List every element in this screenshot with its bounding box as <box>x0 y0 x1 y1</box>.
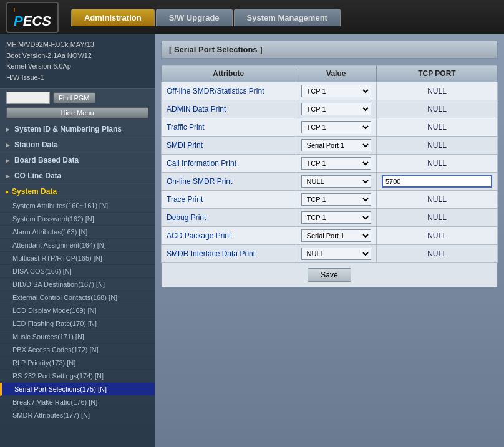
value-cell-6[interactable]: TCP 1TCP 2Serial Port 1Serial Port 2NULL <box>296 191 376 209</box>
table-row: SMDR Interface Data PrintTCP 1TCP 2Seria… <box>162 245 498 263</box>
value-select-3[interactable]: TCP 1TCP 2Serial Port 1Serial Port 2NULL <box>301 139 371 151</box>
sidebar-item-14[interactable]: Serial Port Selections(175) [N] <box>0 383 155 396</box>
value-select-7[interactable]: TCP 1TCP 2Serial Port 1Serial Port 2NULL <box>301 211 371 224</box>
search-row: Find PGM <box>0 89 155 107</box>
value-select-4[interactable]: TCP 1TCP 2Serial Port 1Serial Port 2NULL <box>301 157 371 170</box>
system-data-items: System Attributes(160~161) [N]System Pas… <box>0 199 155 422</box>
value-cell-5[interactable]: TCP 1TCP 2Serial Port 1Serial Port 2NULL <box>296 173 376 191</box>
col-value: Value <box>296 65 376 82</box>
sidebar-item-station-data[interactable]: ► Station Data <box>0 137 155 153</box>
header: i PECS Administration S/W Upgrade System… <box>0 0 504 34</box>
attr-cell-5: On-line SMDR Print <box>162 173 296 191</box>
tab-sw-upgrade[interactable]: S/W Upgrade <box>156 9 233 26</box>
value-select-0[interactable]: TCP 1TCP 2Serial Port 1Serial Port 2NULL <box>301 85 371 97</box>
tcp-input-5[interactable] <box>382 175 492 188</box>
sidebar-item-co-line[interactable]: ► CO Line Data <box>0 168 155 184</box>
tab-system-management[interactable]: System Management <box>234 9 341 26</box>
arrow-icon: ► <box>5 142 11 148</box>
arrow-icon: ► <box>5 157 11 164</box>
value-select-5[interactable]: TCP 1TCP 2Serial Port 1Serial Port 2NULL <box>301 175 371 188</box>
sidebar-item-1[interactable]: System Password(162) [N] <box>0 213 155 226</box>
sidebar-item-7[interactable]: External Control Contacts(168) [N] <box>0 291 155 304</box>
table-row: Traffic PrintTCP 1TCP 2Serial Port 1Seri… <box>162 118 498 137</box>
table-row: Debug PrintTCP 1TCP 2Serial Port 1Serial… <box>162 209 498 227</box>
value-select-1[interactable]: TCP 1TCP 2Serial Port 1Serial Port 2NULL <box>301 103 371 115</box>
table-row: Call Information PrintTCP 1TCP 2Serial P… <box>162 155 498 173</box>
attr-cell-6: Trace Print <box>162 191 296 209</box>
value-cell-1[interactable]: TCP 1TCP 2Serial Port 1Serial Port 2NULL <box>296 100 376 118</box>
logo-text: PECS <box>14 13 51 29</box>
attr-cell-3: SMDI Print <box>162 137 296 155</box>
sidebar-section-label: Board Based Data <box>14 156 79 165</box>
device-info-line3: Kernel Version-6.0Ap <box>6 61 148 72</box>
arrow-icon: ► <box>5 126 11 133</box>
save-button[interactable]: Save <box>308 268 351 282</box>
value-select-2[interactable]: TCP 1TCP 2Serial Port 1Serial Port 2NULL <box>301 121 371 133</box>
attr-cell-0: Off-line SMDR/Statistics Print <box>162 82 296 100</box>
device-info-line1: MFIM/VD92M-F.0Ck MAY/13 <box>6 39 148 50</box>
value-select-8[interactable]: TCP 1TCP 2Serial Port 1Serial Port 2NULL <box>301 229 371 242</box>
attr-cell-7: Debug Print <box>162 209 296 227</box>
sidebar-item-system-id[interactable]: ► System ID & Numbering Plans <box>0 122 155 137</box>
sidebar-section-label: System Data <box>12 187 57 196</box>
sidebar-item-3[interactable]: Attendant Assignment(164) [N] <box>0 239 155 252</box>
tcp-cell-5[interactable] <box>376 173 497 191</box>
sidebar-item-12[interactable]: RLP Priority(173) [N] <box>0 357 155 370</box>
find-pgm-button[interactable]: Find PGM <box>53 92 95 103</box>
table-row: ACD Package PrintTCP 1TCP 2Serial Port 1… <box>162 227 498 245</box>
table-row: SMDI PrintTCP 1TCP 2Serial Port 1Serial … <box>162 137 498 155</box>
search-input[interactable] <box>6 92 50 104</box>
attr-cell-2: Traffic Print <box>162 118 296 137</box>
table-row: ADMIN Data PrintTCP 1TCP 2Serial Port 1S… <box>162 100 498 118</box>
sidebar-item-16[interactable]: SMDR Attributes(177) [N] <box>0 409 155 422</box>
sidebar-item-13[interactable]: RS-232 Port Settings(174) [N] <box>0 370 155 383</box>
tcp-cell-3: NULL <box>376 137 497 155</box>
device-info-line2: Boot Version-2.1Aa NOV/12 <box>6 50 148 62</box>
sidebar-item-board-based[interactable]: ► Board Based Data <box>0 153 155 168</box>
attr-cell-4: Call Information Print <box>162 155 296 173</box>
sidebar-item-11[interactable]: PBX Access Codes(172) [N] <box>0 344 155 357</box>
value-cell-8[interactable]: TCP 1TCP 2Serial Port 1Serial Port 2NULL <box>296 227 376 245</box>
sidebar-item-5[interactable]: DISA COS(166) [N] <box>0 265 155 278</box>
value-cell-0[interactable]: TCP 1TCP 2Serial Port 1Serial Port 2NULL <box>296 82 376 100</box>
sidebar: MFIM/VD92M-F.0Ck MAY/13 Boot Version-2.1… <box>0 34 155 447</box>
bullet-icon: ● <box>5 188 9 195</box>
tab-administration[interactable]: Administration <box>71 9 155 26</box>
value-cell-2[interactable]: TCP 1TCP 2Serial Port 1Serial Port 2NULL <box>296 118 376 137</box>
sidebar-item-8[interactable]: LCD Display Mode(169) [N] <box>0 304 155 317</box>
attr-cell-9: SMDR Interface Data Print <box>162 245 296 263</box>
sidebar-item-9[interactable]: LED Flashing Rate(170) [N] <box>0 317 155 330</box>
table-row: Trace PrintTCP 1TCP 2Serial Port 1Serial… <box>162 191 498 209</box>
tcp-cell-4: NULL <box>376 155 497 173</box>
page-title: [ Serial Port Selections ] <box>161 41 498 59</box>
value-cell-3[interactable]: TCP 1TCP 2Serial Port 1Serial Port 2NULL <box>296 137 376 155</box>
sidebar-item-10[interactable]: Music Sources(171) [N] <box>0 330 155 344</box>
sidebar-item-2[interactable]: Alarm Attributes(163) [N] <box>0 226 155 239</box>
serial-port-table: Attribute Value TCP PORT Off-line SMDR/S… <box>161 65 498 263</box>
hide-menu-button[interactable]: Hide Menu <box>6 107 148 118</box>
device-info-line4: H/W Issue-1 <box>6 72 148 84</box>
sidebar-item-6[interactable]: DID/DISA Destination(167) [N] <box>0 278 155 291</box>
value-select-9[interactable]: TCP 1TCP 2Serial Port 1Serial Port 2NULL <box>301 248 371 260</box>
content-area: [ Serial Port Selections ] Attribute Val… <box>155 34 504 447</box>
sidebar-item-system-data[interactable]: ● System Data <box>0 184 155 199</box>
table-body: Off-line SMDR/Statistics PrintTCP 1TCP 2… <box>162 82 498 263</box>
nav-tabs: Administration S/W Upgrade System Manage… <box>71 9 498 26</box>
value-cell-9[interactable]: TCP 1TCP 2Serial Port 1Serial Port 2NULL <box>296 245 376 263</box>
logo: i PECS <box>6 2 59 33</box>
sidebar-item-0[interactable]: System Attributes(160~161) [N] <box>0 199 155 213</box>
sidebar-section-label: System ID & Numbering Plans <box>14 125 122 133</box>
table-row: On-line SMDR PrintTCP 1TCP 2Serial Port … <box>162 173 498 191</box>
sidebar-item-15[interactable]: Break / Make Ratio(176) [N] <box>0 396 155 409</box>
tcp-cell-0: NULL <box>376 82 497 100</box>
value-cell-7[interactable]: TCP 1TCP 2Serial Port 1Serial Port 2NULL <box>296 209 376 227</box>
tcp-cell-6: NULL <box>376 191 497 209</box>
sidebar-item-4[interactable]: Multicast RTP/RTCP(165) [N] <box>0 252 155 265</box>
sidebar-device-info: MFIM/VD92M-F.0Ck MAY/13 Boot Version-2.1… <box>0 34 155 89</box>
tcp-cell-9: NULL <box>376 245 497 263</box>
value-select-6[interactable]: TCP 1TCP 2Serial Port 1Serial Port 2NULL <box>301 193 371 206</box>
logo-prefix: i <box>14 6 51 13</box>
value-cell-4[interactable]: TCP 1TCP 2Serial Port 1Serial Port 2NULL <box>296 155 376 173</box>
tcp-cell-7: NULL <box>376 209 497 227</box>
tcp-cell-1: NULL <box>376 100 497 118</box>
